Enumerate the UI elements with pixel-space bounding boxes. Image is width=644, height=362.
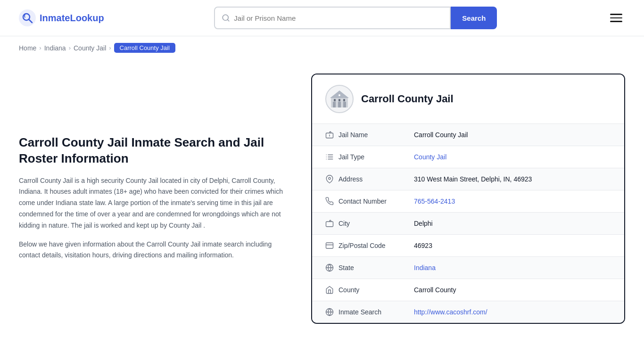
globe-icon (325, 263, 339, 272)
info-value[interactable]: http://www.cacoshrf.com/ (414, 308, 487, 316)
svg-rect-24 (326, 243, 333, 248)
table-row: Inmate Searchhttp://www.cacoshrf.com/ (312, 301, 624, 323)
search-wrapper (214, 7, 451, 29)
table-row: CityDelphi (312, 213, 624, 235)
info-value[interactable]: Indiana (414, 264, 436, 272)
left-content: Carroll County Jail Inmate Search and Ja… (19, 74, 311, 324)
info-label: Zip/Postal Code (339, 242, 414, 249)
svg-rect-11 (339, 99, 340, 101)
info-value: 46923 (414, 242, 432, 249)
main-content: Carroll County Jail Inmate Search and Ja… (0, 59, 644, 352)
info-link[interactable]: County Jail (414, 153, 446, 161)
list-icon (325, 153, 339, 161)
county-icon (325, 286, 339, 294)
header: InmateLookup Search (0, 0, 644, 36)
breadcrumb: Home › Indiana › County Jail › Carroll C… (0, 36, 644, 59)
menu-line-2 (610, 17, 622, 19)
table-row: Jail NameCarroll County Jail (312, 124, 624, 146)
svg-rect-7 (338, 102, 341, 107)
logo[interactable]: InmateLookup (19, 9, 104, 26)
info-label: Jail Name (339, 131, 414, 139)
phone-icon (325, 197, 339, 206)
table-row: Address310 West Main Street, Delphi, IN,… (312, 168, 624, 190)
svg-rect-8 (343, 102, 346, 107)
info-label: Inmate Search (339, 308, 414, 316)
jail-building-icon (329, 89, 350, 109)
table-row: CountyCarroll County (312, 279, 624, 301)
info-label: City (339, 220, 414, 227)
info-label: Address (339, 175, 414, 183)
page-description-1: Carroll County Jail is a high security C… (19, 175, 292, 231)
jail-avatar (325, 85, 354, 113)
info-value: Carroll County Jail (414, 131, 468, 139)
info-label: Contact Number (339, 197, 414, 205)
menu-line-1 (610, 14, 622, 15)
jail-info-card: Carroll County Jail Jail NameCarroll Cou… (311, 74, 625, 324)
location-icon (325, 175, 339, 183)
hamburger-menu-button[interactable] (607, 11, 625, 25)
svg-rect-12 (343, 99, 345, 101)
info-link[interactable]: Indiana (414, 264, 436, 272)
city-icon (325, 219, 339, 228)
info-table: Jail NameCarroll County JailJail TypeCou… (312, 124, 624, 323)
svg-rect-23 (326, 222, 333, 227)
page-description-2: Below we have given information about th… (19, 239, 292, 262)
table-row: Contact Number765-564-2413 (312, 190, 624, 213)
search-icon (222, 14, 230, 22)
svg-rect-10 (334, 99, 336, 101)
info-value: Carroll County (414, 286, 456, 294)
zip-icon (325, 241, 339, 250)
svg-point-0 (19, 9, 36, 26)
breadcrumb-chevron-3: › (109, 44, 111, 51)
breadcrumb-indiana[interactable]: Indiana (44, 44, 66, 52)
breadcrumb-chevron-1: › (39, 44, 41, 51)
info-value[interactable]: County Jail (414, 153, 446, 161)
logo-icon (19, 9, 36, 26)
search-input[interactable] (234, 14, 443, 22)
svg-point-13 (339, 94, 340, 96)
info-value[interactable]: 765-564-2413 (414, 197, 455, 205)
info-value: Delphi (414, 220, 433, 227)
breadcrumb-current: Carroll County Jail (114, 43, 175, 53)
search-button[interactable]: Search (451, 7, 497, 29)
card-header: Carroll County Jail (312, 74, 624, 124)
svg-point-22 (329, 177, 331, 180)
breadcrumb-home[interactable]: Home (19, 44, 36, 52)
logo-text: InmateLookup (40, 13, 104, 24)
info-label: State (339, 264, 414, 272)
info-value: 310 West Main Street, Delphi, IN, 46923 (414, 175, 532, 183)
info-label: County (339, 286, 414, 294)
table-row: Jail TypeCounty Jail (312, 146, 624, 168)
search-globe-icon (325, 308, 339, 316)
svg-rect-6 (333, 102, 336, 107)
info-link[interactable]: 765-564-2413 (414, 197, 455, 205)
jail-icon (325, 131, 339, 139)
breadcrumb-county-jail[interactable]: County Jail (74, 44, 106, 52)
svg-line-4 (228, 19, 229, 21)
card-title: Carroll County Jail (361, 93, 454, 105)
info-label: Jail Type (339, 153, 414, 161)
breadcrumb-chevron-2: › (69, 44, 71, 51)
table-row: Zip/Postal Code46923 (312, 235, 624, 257)
search-area: Search (214, 7, 497, 29)
info-link[interactable]: http://www.cacoshrf.com/ (414, 308, 487, 316)
table-row: StateIndiana (312, 257, 624, 279)
page-title: Carroll County Jail Inmate Search and Ja… (19, 135, 292, 167)
menu-line-3 (610, 21, 622, 22)
